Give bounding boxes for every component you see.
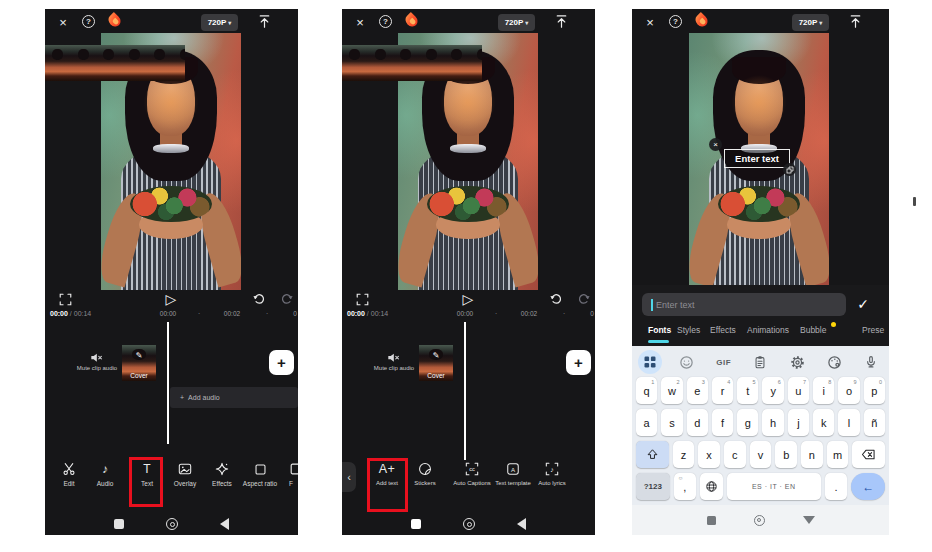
- tab-presets-partial[interactable]: Prese: [862, 325, 884, 335]
- undo-icon[interactable]: [548, 291, 564, 307]
- tab-animations[interactable]: Animations: [747, 325, 789, 335]
- play-button[interactable]: ▷: [163, 291, 179, 307]
- key-r[interactable]: r4: [712, 377, 733, 404]
- delete-text-handle[interactable]: ×: [709, 138, 722, 151]
- key-s[interactable]: s: [661, 409, 682, 436]
- close-icon[interactable]: ×: [642, 14, 658, 30]
- nav-back-button[interactable]: [517, 518, 526, 530]
- nav-home-button[interactable]: [166, 518, 178, 530]
- nav-recents-button[interactable]: [114, 519, 124, 529]
- play-button[interactable]: ▷: [460, 291, 476, 307]
- playhead[interactable]: [464, 322, 466, 460]
- key-h[interactable]: h: [762, 409, 783, 436]
- nav-home-button[interactable]: [463, 518, 475, 530]
- add-clip-button[interactable]: +: [566, 350, 591, 375]
- flame-icon[interactable]: [106, 12, 123, 29]
- tool-auto-lyrics[interactable]: ♪ Auto lyrics: [527, 461, 577, 486]
- export-icon[interactable]: [553, 13, 569, 29]
- key-o[interactable]: o9: [838, 377, 859, 404]
- key-t[interactable]: t5: [737, 377, 758, 404]
- theme-palette-icon[interactable]: [822, 350, 846, 374]
- resolution-button[interactable]: 720P ▾: [498, 14, 535, 31]
- key-d[interactable]: d: [687, 409, 708, 436]
- settings-gear-icon[interactable]: [785, 350, 809, 374]
- mute-clip-audio-button[interactable]: Mute clip audio: [70, 351, 124, 371]
- key-g[interactable]: g: [737, 409, 758, 436]
- cover-thumbnail[interactable]: ✎ Cover: [122, 345, 156, 381]
- key-z[interactable]: z: [673, 441, 695, 468]
- cover-thumbnail[interactable]: ✎ Cover: [419, 345, 453, 381]
- playhead[interactable]: [167, 322, 169, 444]
- emoji-icon[interactable]: [675, 350, 699, 374]
- back-chevron-button[interactable]: ‹: [342, 462, 356, 492]
- key-m[interactable]: m: [827, 441, 849, 468]
- key-v[interactable]: v: [750, 441, 772, 468]
- key-ntilde[interactable]: ñ: [864, 409, 885, 436]
- redo-icon[interactable]: [576, 291, 592, 307]
- key-f[interactable]: f: [712, 409, 733, 436]
- nav-recents-button[interactable]: [707, 516, 716, 525]
- gif-icon[interactable]: GIF: [712, 350, 736, 374]
- mute-clip-audio-button[interactable]: Mute clip audio: [367, 351, 421, 371]
- key-n[interactable]: n: [801, 441, 823, 468]
- help-icon[interactable]: ?: [379, 15, 392, 28]
- backspace-key[interactable]: [852, 441, 885, 468]
- nav-keyboard-dismiss-button[interactable]: [803, 516, 815, 524]
- gboard-features-icon[interactable]: [638, 350, 662, 374]
- close-icon[interactable]: ×: [55, 14, 71, 30]
- shift-key[interactable]: [636, 441, 669, 468]
- key-u[interactable]: u7: [788, 377, 809, 404]
- voice-mic-icon[interactable]: [859, 350, 883, 374]
- export-icon[interactable]: [256, 13, 272, 29]
- key-w[interactable]: w2: [661, 377, 682, 404]
- help-icon[interactable]: ?: [82, 15, 95, 28]
- tool-stickers[interactable]: Stickers: [403, 461, 447, 486]
- redo-icon[interactable]: [279, 291, 295, 307]
- fullscreen-icon[interactable]: [57, 291, 73, 307]
- key-l[interactable]: l: [838, 409, 859, 436]
- tool-aspect-ratio[interactable]: Aspect ratio: [238, 461, 282, 487]
- clip-filmstrip[interactable]: [45, 45, 185, 81]
- key-q[interactable]: q1: [636, 377, 657, 404]
- undo-icon[interactable]: [251, 291, 267, 307]
- resolution-button[interactable]: 720P ▾: [792, 14, 829, 31]
- text-input[interactable]: [642, 293, 846, 316]
- comma-key[interactable]: ☺,: [674, 473, 696, 500]
- spacebar[interactable]: ES · IT · EN: [727, 473, 821, 500]
- language-globe-key[interactable]: [700, 473, 722, 500]
- key-a[interactable]: a: [636, 409, 657, 436]
- tab-effects[interactable]: Effects: [710, 325, 736, 335]
- clip-filmstrip[interactable]: [342, 45, 482, 81]
- add-clip-button[interactable]: +: [269, 350, 294, 375]
- key-p[interactable]: p0: [864, 377, 885, 404]
- key-j[interactable]: j: [788, 409, 809, 436]
- key-e[interactable]: e3: [687, 377, 708, 404]
- tool-audio[interactable]: ♪ Audio: [83, 461, 127, 487]
- period-key[interactable]: .: [825, 473, 847, 500]
- flame-icon[interactable]: [693, 12, 710, 29]
- resize-text-handle[interactable]: [783, 163, 796, 176]
- key-c[interactable]: c: [724, 441, 746, 468]
- tab-fonts[interactable]: Fonts: [648, 325, 671, 335]
- key-y[interactable]: y6: [762, 377, 783, 404]
- tool-format-partial[interactable]: F: [289, 461, 298, 487]
- help-icon[interactable]: ?: [669, 15, 682, 28]
- nav-recents-button[interactable]: [411, 519, 421, 529]
- symbols-key[interactable]: ?123: [636, 473, 670, 500]
- tab-bubble[interactable]: Bubble: [800, 325, 826, 335]
- close-icon[interactable]: ×: [352, 14, 368, 30]
- export-icon[interactable]: [847, 13, 863, 29]
- flame-icon[interactable]: [403, 12, 420, 29]
- key-i[interactable]: i8: [813, 377, 834, 404]
- key-k[interactable]: k: [813, 409, 834, 436]
- key-x[interactable]: x: [698, 441, 720, 468]
- text-overlay-box[interactable]: Enter text: [724, 149, 790, 168]
- key-b[interactable]: b: [775, 441, 797, 468]
- confirm-check-icon[interactable]: ✓: [853, 294, 873, 314]
- nav-home-button[interactable]: [754, 515, 765, 526]
- tab-styles[interactable]: Styles: [677, 325, 700, 335]
- nav-back-button[interactable]: [220, 518, 229, 530]
- enter-key[interactable]: ←: [851, 473, 885, 500]
- add-audio-row[interactable]: + Add audio: [170, 387, 298, 408]
- clipboard-icon[interactable]: [748, 350, 772, 374]
